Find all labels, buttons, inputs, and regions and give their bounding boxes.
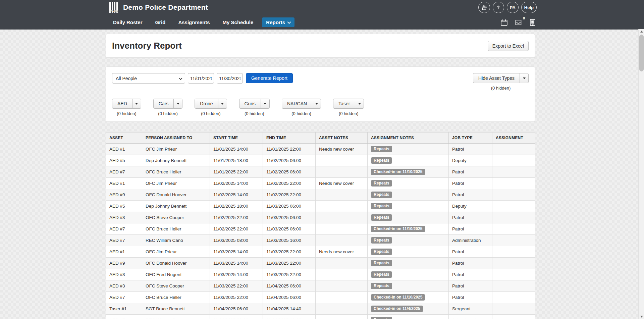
table-row: AED #3OFC Fred Nugent11/03/2025 14:0011/… — [106, 269, 535, 280]
hidden-count-label: (0 hidden) — [333, 111, 364, 116]
asset-type-button-narcan[interactable]: NARCAN — [282, 99, 312, 109]
scrollbar-down-button[interactable] — [639, 314, 644, 319]
assignment-note-badge: Repeats — [371, 180, 392, 187]
cell-asset_note: Needs new cover — [316, 246, 368, 258]
asset-type-button-taser[interactable]: Taser — [333, 99, 355, 109]
hidden-count-label: (0 hidden) — [195, 111, 227, 116]
nav-item-my-schedule[interactable]: My Schedule — [219, 17, 258, 27]
table-row: AED #9OFC Donald Hoover11/03/2025 14:001… — [106, 258, 535, 269]
cell-person: OFC Donald Hoover — [142, 189, 210, 201]
nav-item-assignments[interactable]: Assignments — [174, 17, 214, 27]
asset-type-button-drone[interactable]: Drone — [195, 99, 218, 109]
asset-type-caret-button[interactable] — [218, 99, 227, 109]
cell-person: OFC Jim Prieur — [142, 178, 210, 189]
vertical-scrollbar[interactable] — [638, 29, 644, 319]
nav-item-grid[interactable]: Grid — [151, 17, 170, 27]
asset-type-caret-button[interactable] — [355, 99, 364, 109]
assignment-note-badge: Repeats — [371, 192, 392, 198]
asset-type-caret-button[interactable] — [132, 99, 141, 109]
filter-panel: All People Generate Report Hide Asset Ty… — [106, 66, 535, 122]
cell-start: 11/01/2025 18:00 — [210, 155, 263, 166]
cell-person: REC William Cano — [142, 235, 210, 246]
hide-asset-types-caret-button[interactable] — [520, 73, 529, 83]
scrollbar-thumb[interactable] — [639, 35, 644, 71]
chevron-down-icon — [287, 20, 291, 23]
cell-asset: AED #9 — [106, 258, 142, 269]
cell-start: 11/03/2025 22:00 — [210, 292, 263, 303]
cell-assignment — [492, 223, 535, 235]
export-to-excel-button[interactable]: Export to Excel — [488, 41, 529, 51]
cell-end: 11/03/2025 22:00 — [263, 258, 316, 269]
table-row: AED #1OFC Jim Prieur11/03/2025 14:0011/0… — [106, 246, 535, 258]
asset-type-caret-button[interactable] — [261, 99, 270, 109]
cell-end: 11/04/2025 06:00 — [263, 292, 316, 303]
cell-job_type: Patrol — [449, 280, 492, 292]
cell-asset: AED #7 — [106, 235, 142, 246]
table-body: AED #1OFC Jim Prieur11/01/2025 14:0011/0… — [106, 144, 535, 319]
people-select[interactable]: All People — [112, 73, 185, 84]
asset-type-taser: Taser(0 hidden) — [333, 99, 364, 116]
assignment-note-badge: Repeats — [371, 214, 392, 221]
nav-item-daily-roster[interactable]: Daily Roster — [109, 17, 147, 27]
cell-assignment_note: Checked-in on 11/10/2025 — [368, 223, 449, 235]
generate-report-button[interactable]: Generate Report — [246, 73, 293, 83]
hide-asset-types-button[interactable]: Hide Asset Types — [473, 73, 520, 83]
asset-type-caret-button[interactable] — [173, 99, 182, 109]
cell-person: OFC Fred Nugent — [142, 269, 210, 280]
cell-asset_note — [316, 269, 368, 280]
cell-job_type: Deputy — [449, 201, 492, 212]
asset-type-button-cars[interactable]: Cars — [153, 99, 174, 109]
caret-down-icon — [358, 103, 361, 105]
cell-job_type: Sergeant — [449, 303, 492, 315]
gift-button[interactable] — [478, 2, 490, 13]
assignment-note-badge: Checked-in on 11/4/2025 — [371, 306, 423, 312]
scrollbar-up-button[interactable] — [639, 29, 644, 34]
table-row: AED #1OFC Jim Prieur11/01/2025 14:0011/0… — [106, 144, 535, 155]
scroll-top-button[interactable] — [493, 2, 504, 13]
cell-end: 11/02/2025 06:00 — [263, 155, 316, 166]
report-title-card: Inventory Report Export to Excel — [106, 34, 535, 58]
asset-type-aed: AED(0 hidden) — [112, 99, 141, 116]
table-row: AED #9OFC Donald Hoover11/02/2025 14:001… — [106, 189, 535, 201]
hidden-count-label: (0 hidden) — [112, 111, 141, 116]
end-date-input[interactable] — [217, 73, 243, 84]
organization-button[interactable] — [529, 18, 537, 26]
inventory-table: ASSETPERSON ASSIGNED TOSTART TIMEEND TIM… — [106, 132, 535, 319]
help-button[interactable]: Help — [521, 2, 537, 13]
column-header-asset: ASSET — [106, 132, 142, 144]
asset-type-caret-button[interactable] — [312, 99, 321, 109]
cell-job_type: Administration — [449, 315, 492, 319]
pace-logo[interactable]: PACE — [109, 2, 119, 13]
filter-row: All People Generate Report Hide Asset Ty… — [112, 73, 529, 91]
cell-start: 11/02/2025 22:00 — [210, 223, 263, 235]
nav-item-reports[interactable]: Reports — [262, 17, 294, 27]
calendar-icon — [500, 18, 508, 26]
user-avatar[interactable]: PA — [507, 2, 519, 13]
cell-person: OFC Steve Cooper — [142, 280, 210, 292]
cell-assignment — [492, 246, 535, 258]
inbox-button[interactable]: 0 — [514, 18, 523, 26]
cell-end: 11/03/2025 06:00 — [263, 212, 316, 223]
cell-assignment_note: Repeats — [368, 144, 449, 155]
calendar-button[interactable] — [500, 18, 508, 26]
cell-asset_note — [316, 258, 368, 269]
cell-job_type: Patrol — [449, 144, 492, 155]
cell-assignment — [492, 303, 535, 315]
asset-type-button-guns[interactable]: Guns — [239, 99, 261, 109]
cell-job_type: Patrol — [449, 178, 492, 189]
hidden-count-label: (0 hidden) — [153, 111, 183, 116]
cell-asset_note: Needs new cover — [316, 178, 368, 189]
cell-start: 11/03/2025 14:00 — [210, 269, 263, 280]
main-nav: Daily RosterGridAssignmentsMy ScheduleRe… — [0, 15, 644, 30]
cell-asset: AED #9 — [106, 189, 142, 201]
cell-assignment_note: Repeats — [368, 212, 449, 223]
start-date-input[interactable] — [188, 73, 214, 84]
gift-icon — [481, 5, 487, 10]
cell-person: OFC Jim Prieur — [142, 144, 210, 155]
asset-type-button-aed[interactable]: AED — [112, 99, 132, 109]
cell-asset_note — [316, 292, 368, 303]
inventory-table-wrap: ASSETPERSON ASSIGNED TOSTART TIMEEND TIM… — [106, 132, 535, 319]
table-row: AED #7OFC Bruce Heller11/01/2025 22:0011… — [106, 166, 535, 178]
asset-type-split-button: Guns — [239, 99, 270, 109]
table-row: AED #7OFC Bruce Heller11/03/2025 22:0011… — [106, 292, 535, 303]
